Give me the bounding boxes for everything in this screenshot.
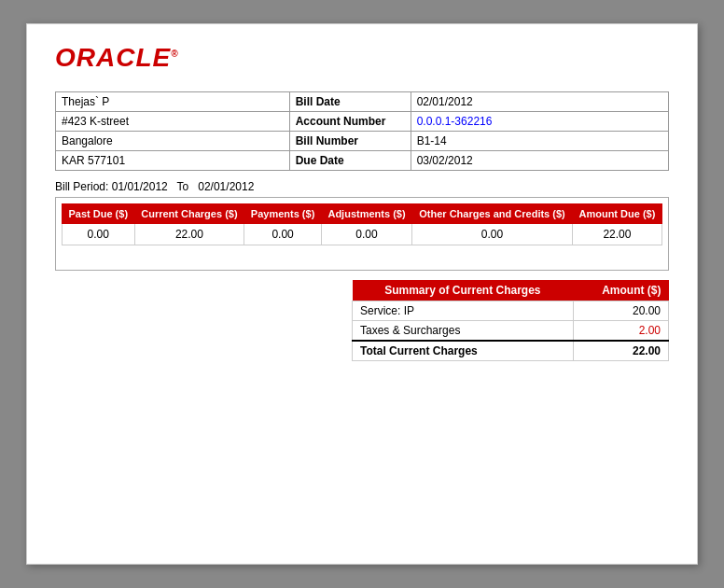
summary-row-label: Taxes & Surcharges <box>353 321 574 342</box>
billing-page: ORACLE® Thejas` P Bill Date 02/01/2012 #… <box>26 23 698 565</box>
summary-row-label: Service: IP <box>353 301 574 321</box>
bill-number-value: B1-14 <box>411 132 668 151</box>
bill-date-value: 02/01/2012 <box>411 92 668 112</box>
col-amount-due: Amount Due ($) <box>572 204 661 224</box>
charges-row: 0.00 22.00 0.00 0.00 0.00 22.00 <box>63 224 662 245</box>
bill-period-to-label: To <box>177 180 189 193</box>
summary-title: Summary of Current Charges <box>353 280 574 301</box>
col-adjustments: Adjustments ($) <box>321 204 411 224</box>
bill-period-to: 02/01/2012 <box>198 180 254 193</box>
col-other-charges: Other Charges and Credits ($) <box>412 204 573 224</box>
col-past-due: Past Due ($) <box>63 204 135 224</box>
summary-table: Summary of Current Charges Amount ($) Se… <box>352 280 669 361</box>
bill-number-label: Bill Number <box>289 132 411 151</box>
logo-trademark: ® <box>171 49 178 59</box>
summary-amount-header: Amount ($) <box>573 280 668 301</box>
payments-value: 0.00 <box>244 224 322 245</box>
bill-period: Bill Period: 01/01/2012 To 02/01/2012 <box>55 180 669 193</box>
customer-name: Thejas` P <box>56 92 290 112</box>
charges-table: Past Due ($) Current Charges ($) Payment… <box>62 203 662 245</box>
summary-row-label: Total Current Charges <box>353 341 574 361</box>
summary-row-amount: 2.00 <box>573 321 668 342</box>
charges-section: Past Due ($) Current Charges ($) Payment… <box>55 197 669 271</box>
summary-row-amount: 20.00 <box>573 301 668 321</box>
due-date-value: 03/02/2012 <box>411 151 668 171</box>
due-date-label: Due Date <box>289 151 411 171</box>
bill-period-label: Bill Period: <box>55 180 108 193</box>
current-charges-value: 22.00 <box>134 224 244 245</box>
col-payments: Payments ($) <box>244 204 322 224</box>
account-number-label: Account Number <box>289 112 411 132</box>
summary-section: Summary of Current Charges Amount ($) Se… <box>55 280 669 361</box>
bill-date-label: Bill Date <box>289 92 411 112</box>
customer-street: #423 K-street <box>56 112 290 132</box>
amount-due-value: 22.00 <box>572 224 661 245</box>
customer-postal: KAR 577101 <box>56 151 290 171</box>
past-due-value: 0.00 <box>63 224 135 245</box>
customer-city: Bangalore <box>56 132 290 151</box>
adjustments-value: 0.00 <box>321 224 411 245</box>
account-number-value: 0.0.0.1-362216 <box>411 112 668 132</box>
summary-row-amount: 22.00 <box>573 341 668 361</box>
bill-period-from: 01/01/2012 <box>112 180 168 193</box>
logo-text: ORACLE <box>55 43 171 72</box>
other-charges-value: 0.00 <box>412 224 573 245</box>
oracle-logo: ORACLE® <box>55 43 669 73</box>
address-billing-table: Thejas` P Bill Date 02/01/2012 #423 K-st… <box>55 91 669 171</box>
col-current-charges: Current Charges ($) <box>134 204 244 224</box>
